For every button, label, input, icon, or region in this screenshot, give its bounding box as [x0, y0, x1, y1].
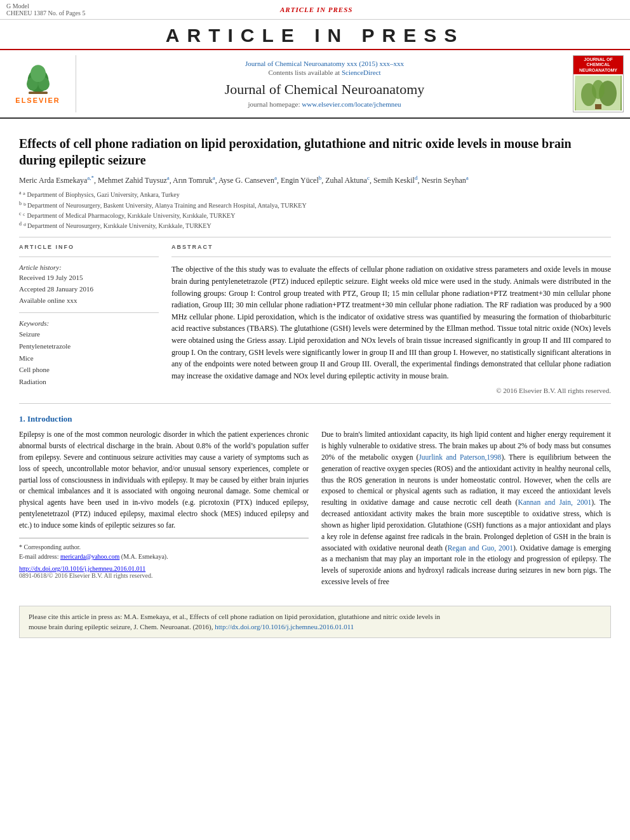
- keywords-label: Keywords:: [19, 319, 159, 327]
- affiliation-b: b ᵇ Department of Neurosurgery, Baskent …: [19, 200, 611, 210]
- introduction-section: 1. Introduction Epilepsy is one of the m…: [19, 414, 611, 592]
- article-in-press-label: ARTICLE IN PRESS: [280, 6, 352, 13]
- abstract-col: ABSTRACT The objective of the this study…: [171, 244, 611, 394]
- journal-homepage-link[interactable]: www.elsevier.com/locate/jchemneu: [302, 100, 401, 108]
- elsevier-text: ELSEVIER: [15, 97, 60, 104]
- divider-info-top: [19, 257, 159, 257]
- abstract-label: ABSTRACT: [171, 244, 611, 250]
- divider-1: [19, 237, 611, 237]
- top-bar: G Model CHENEU 1387 No. of Pages 5 ARTIC…: [0, 0, 630, 20]
- intro-heading: 1. Introduction: [19, 414, 611, 424]
- authors-line: Meric Arda Esmekayaa,*, Mehmet Zahid Tuy…: [19, 175, 611, 185]
- divider-2: [19, 403, 611, 404]
- article-info-col: ARTICLE INFO Article history: Received 1…: [19, 244, 159, 394]
- author-list: Meric Arda Esmekayaa,*, Mehmet Zahid Tuy…: [19, 176, 469, 185]
- contents-line: Contents lists available at ScienceDirec…: [268, 69, 380, 76]
- intro-left-col: Epilepsy is one of the most common neuro…: [19, 429, 309, 592]
- journal-header: ELSEVIER Journal of Chemical Neuroanatom…: [0, 50, 630, 119]
- accepted-date: Accepted 28 January 2016: [19, 284, 159, 295]
- footnote-section: * Corresponding author. E-mail address: …: [19, 538, 309, 561]
- journal-thumbnail: JOURNAL OF CHEMICAL NEUROANATOMY: [573, 55, 624, 112]
- journal-homepage: journal homepage: www.elsevier.com/locat…: [248, 100, 401, 108]
- keyword-1: Seizure: [19, 328, 159, 340]
- ref-kannan[interactable]: Kannan and Jain, 2001: [518, 498, 591, 506]
- citation-bar: Please cite this article in press as: M.…: [19, 606, 611, 638]
- divider-abstract-top: [171, 257, 611, 257]
- issn-line: 0891-0618/© 2016 Elsevier B.V. All right…: [19, 572, 309, 579]
- citation-text2: mouse brain during epileptic seizure, J.…: [29, 623, 213, 630]
- thumb-image-icon: [576, 76, 620, 110]
- keyword-4: Cell phone: [19, 364, 159, 376]
- email-link[interactable]: mericarda@yahoo.com: [60, 553, 119, 560]
- sciencedirect-link[interactable]: ScienceDirect: [342, 69, 381, 76]
- journal-thumb-title: JOURNAL OF CHEMICAL NEUROANATOMY: [573, 56, 623, 74]
- affiliation-d: d ᵈ Department of Neurosurgery, Kırıkkal…: [19, 220, 611, 230]
- affiliations: a ᵃ Department of Biophysics, Gazi Unive…: [19, 189, 611, 230]
- journal-info: Journal of Chemical Neuroanatomy xxx (20…: [83, 55, 566, 112]
- page: G Model CHENEU 1387 No. of Pages 5 ARTIC…: [0, 0, 630, 840]
- svg-rect-5: [29, 91, 48, 94]
- email-line: E-mail address: mericarda@yahoo.com (M.A…: [19, 552, 309, 561]
- affiliation-a: a ᵃ Department of Biophysics, Gazi Unive…: [19, 189, 611, 199]
- keyword-list: Seizure Pentylenetetrazole Mice Cell pho…: [19, 328, 159, 387]
- abstract-text: The objective of the this study was to e…: [171, 263, 611, 382]
- received-date: Received 19 July 2015: [19, 272, 159, 284]
- svg-point-4: [30, 65, 46, 82]
- g-model-label: G Model CHENEU 1387 No. of Pages 5: [6, 3, 85, 17]
- doi-link[interactable]: http://dx.doi.org/10.1016/j.jchemneu.201…: [19, 565, 145, 572]
- ref-juurlink[interactable]: Juurlink and Paterson,1998: [419, 453, 501, 461]
- citation-doi-link[interactable]: http://dx.doi.org/10.1016/j.jchemneu.201…: [215, 623, 354, 630]
- ref-regan[interactable]: Regan and Guo, 2001: [448, 544, 513, 552]
- elsevier-tree-icon: [19, 63, 57, 95]
- article-info-label: ARTICLE INFO: [19, 244, 159, 250]
- doi-line: http://dx.doi.org/10.1016/j.jchemneu.201…: [19, 565, 309, 572]
- divider-info-mid: [19, 312, 159, 313]
- keyword-5: Radiation: [19, 376, 159, 388]
- elsevier-logo: ELSEVIER: [6, 55, 76, 112]
- article-in-press-banner: ARTICLE IN PRESS: [0, 20, 630, 50]
- journal-title-main: Journal of Chemical Neuroanatomy: [225, 81, 425, 98]
- keyword-2: Pentylenetetrazole: [19, 340, 159, 352]
- citation-text1: Please cite this article in press as: M.…: [29, 613, 440, 620]
- keywords-section: Keywords: Seizure Pentylenetetrazole Mic…: [19, 319, 159, 387]
- article-body: Effects of cell phone radiation on lipid…: [0, 119, 630, 599]
- history-label: Article history:: [19, 263, 159, 271]
- copyright-line: © 2016 Elsevier B.V. All rights reserved…: [171, 387, 611, 394]
- journal-thumb-body: [573, 74, 623, 112]
- article-history: Article history: Received 19 July 2015 A…: [19, 263, 159, 306]
- affiliation-c: c ᶜ Department of Medical Pharmacology, …: [19, 210, 611, 220]
- journal-thumb-image: [575, 76, 622, 110]
- banner-text: ARTICLE IN PRESS: [166, 25, 464, 46]
- corresponding-author: * Corresponding author.: [19, 542, 309, 552]
- journal-subtitle: Journal of Chemical Neuroanatomy xxx (20…: [245, 60, 404, 67]
- intro-left-text: Epilepsy is one of the most common neuro…: [19, 429, 309, 531]
- available-online: Available online xxx: [19, 295, 159, 307]
- keyword-3: Mice: [19, 352, 159, 364]
- svg-rect-10: [595, 104, 601, 109]
- article-info-abstract: ARTICLE INFO Article history: Received 1…: [19, 244, 611, 394]
- intro-two-col: Epilepsy is one of the most common neuro…: [19, 429, 611, 592]
- svg-point-9: [592, 80, 605, 99]
- intro-right-text: Due to brain's limited antioxidant capac…: [321, 429, 611, 587]
- article-title: Effects of cell phone radiation on lipid…: [19, 135, 611, 168]
- intro-right-col: Due to brain's limited antioxidant capac…: [321, 429, 611, 592]
